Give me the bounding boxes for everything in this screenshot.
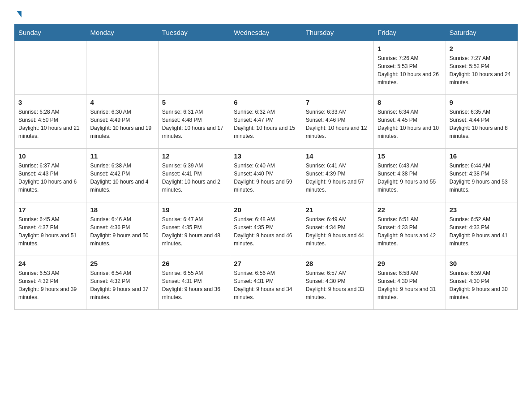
day-number: 2 (450, 45, 514, 52)
weekday-header-wednesday: Wednesday (230, 24, 302, 41)
day-number: 4 (90, 98, 154, 106)
day-number: 10 (18, 152, 82, 160)
day-info: Sunrise: 6:53 AMSunset: 4:32 PMDaylight:… (18, 269, 82, 301)
day-number: 14 (306, 152, 370, 160)
day-number: 1 (378, 45, 442, 52)
day-info: Sunrise: 6:45 AMSunset: 4:37 PMDaylight:… (18, 215, 82, 248)
calendar-cell: 5Sunrise: 6:31 AMSunset: 4:48 PMDaylight… (158, 95, 230, 149)
weekday-header-thursday: Thursday (302, 24, 373, 41)
weekday-header-sunday: Sunday (15, 24, 86, 41)
day-number: 13 (234, 152, 298, 160)
day-number: 5 (162, 98, 226, 106)
day-info: Sunrise: 6:35 AMSunset: 4:44 PMDaylight:… (450, 108, 514, 140)
calendar-cell (230, 41, 302, 95)
day-number: 21 (306, 206, 370, 214)
day-info: Sunrise: 6:54 AMSunset: 4:32 PMDaylight:… (90, 269, 154, 301)
calendar-cell: 13Sunrise: 6:40 AMSunset: 4:40 PMDayligh… (230, 149, 302, 202)
calendar-cell: 26Sunrise: 6:55 AMSunset: 4:31 PMDayligh… (158, 256, 230, 310)
day-info: Sunrise: 6:47 AMSunset: 4:35 PMDaylight:… (162, 215, 226, 248)
calendar-cell (158, 41, 230, 95)
day-info: Sunrise: 6:57 AMSunset: 4:30 PMDaylight:… (306, 269, 370, 301)
day-info: Sunrise: 6:37 AMSunset: 4:43 PMDaylight:… (18, 162, 82, 194)
day-info: Sunrise: 6:48 AMSunset: 4:35 PMDaylight:… (234, 215, 298, 248)
calendar-cell: 9Sunrise: 6:35 AMSunset: 4:44 PMDaylight… (446, 95, 517, 149)
calendar-week-row: 17Sunrise: 6:45 AMSunset: 4:37 PMDayligh… (15, 202, 518, 256)
logo (14, 11, 21, 17)
calendar-cell: 23Sunrise: 6:52 AMSunset: 4:33 PMDayligh… (446, 202, 517, 256)
calendar-cell: 22Sunrise: 6:51 AMSunset: 4:33 PMDayligh… (374, 202, 446, 256)
page-header (14, 11, 518, 17)
day-info: Sunrise: 6:44 AMSunset: 4:38 PMDaylight:… (450, 162, 514, 194)
calendar-cell: 29Sunrise: 6:58 AMSunset: 4:30 PMDayligh… (374, 256, 446, 310)
weekday-header-saturday: Saturday (446, 24, 517, 41)
day-info: Sunrise: 7:26 AMSunset: 5:53 PMDaylight:… (378, 54, 442, 86)
day-number: 15 (378, 152, 442, 160)
weekday-header-row: SundayMondayTuesdayWednesdayThursdayFrid… (15, 24, 518, 41)
calendar-cell: 11Sunrise: 6:38 AMSunset: 4:42 PMDayligh… (86, 149, 158, 202)
logo-general-text (14, 11, 21, 17)
day-info: Sunrise: 6:59 AMSunset: 4:30 PMDaylight:… (450, 269, 514, 301)
day-info: Sunrise: 6:55 AMSunset: 4:31 PMDaylight:… (162, 269, 226, 301)
day-info: Sunrise: 6:43 AMSunset: 4:38 PMDaylight:… (378, 162, 442, 194)
calendar-table: SundayMondayTuesdayWednesdayThursdayFrid… (14, 24, 518, 310)
calendar-cell: 3Sunrise: 6:28 AMSunset: 4:50 PMDaylight… (15, 95, 86, 149)
logo-arrow-icon (17, 11, 21, 17)
day-info: Sunrise: 6:46 AMSunset: 4:36 PMDaylight:… (90, 215, 154, 248)
calendar-cell (15, 41, 86, 95)
day-info: Sunrise: 6:56 AMSunset: 4:31 PMDaylight:… (234, 269, 298, 301)
calendar-cell: 20Sunrise: 6:48 AMSunset: 4:35 PMDayligh… (230, 202, 302, 256)
day-info: Sunrise: 6:40 AMSunset: 4:40 PMDaylight:… (234, 162, 298, 194)
weekday-header-friday: Friday (374, 24, 446, 41)
calendar-cell: 7Sunrise: 6:33 AMSunset: 4:46 PMDaylight… (302, 95, 373, 149)
calendar-week-row: 1Sunrise: 7:26 AMSunset: 5:53 PMDaylight… (15, 41, 518, 95)
calendar-cell: 24Sunrise: 6:53 AMSunset: 4:32 PMDayligh… (15, 256, 86, 310)
day-info: Sunrise: 6:39 AMSunset: 4:41 PMDaylight:… (162, 162, 226, 194)
day-info: Sunrise: 6:58 AMSunset: 4:30 PMDaylight:… (378, 269, 442, 301)
day-number: 28 (306, 260, 370, 267)
day-number: 6 (234, 98, 298, 106)
calendar-cell: 6Sunrise: 6:32 AMSunset: 4:47 PMDaylight… (230, 95, 302, 149)
day-info: Sunrise: 6:32 AMSunset: 4:47 PMDaylight:… (234, 108, 298, 140)
calendar-cell: 21Sunrise: 6:49 AMSunset: 4:34 PMDayligh… (302, 202, 373, 256)
calendar-cell: 16Sunrise: 6:44 AMSunset: 4:38 PMDayligh… (446, 149, 517, 202)
calendar-cell: 15Sunrise: 6:43 AMSunset: 4:38 PMDayligh… (374, 149, 446, 202)
day-number: 7 (306, 98, 370, 106)
calendar-cell: 25Sunrise: 6:54 AMSunset: 4:32 PMDayligh… (86, 256, 158, 310)
day-info: Sunrise: 6:33 AMSunset: 4:46 PMDaylight:… (306, 108, 370, 140)
calendar-cell: 14Sunrise: 6:41 AMSunset: 4:39 PMDayligh… (302, 149, 373, 202)
day-info: Sunrise: 6:31 AMSunset: 4:48 PMDaylight:… (162, 108, 226, 140)
calendar-week-row: 10Sunrise: 6:37 AMSunset: 4:43 PMDayligh… (15, 149, 518, 202)
day-number: 30 (450, 260, 514, 267)
day-info: Sunrise: 7:27 AMSunset: 5:52 PMDaylight:… (450, 54, 514, 86)
weekday-header-monday: Monday (86, 24, 158, 41)
day-number: 11 (90, 152, 154, 160)
calendar-week-row: 24Sunrise: 6:53 AMSunset: 4:32 PMDayligh… (15, 256, 518, 310)
calendar-cell: 17Sunrise: 6:45 AMSunset: 4:37 PMDayligh… (15, 202, 86, 256)
day-number: 16 (450, 152, 514, 160)
day-number: 12 (162, 152, 226, 160)
day-number: 25 (90, 260, 154, 267)
day-number: 26 (162, 260, 226, 267)
day-number: 9 (450, 98, 514, 106)
calendar-cell: 12Sunrise: 6:39 AMSunset: 4:41 PMDayligh… (158, 149, 230, 202)
day-number: 8 (378, 98, 442, 106)
day-info: Sunrise: 6:30 AMSunset: 4:49 PMDaylight:… (90, 108, 154, 140)
calendar-cell: 2Sunrise: 7:27 AMSunset: 5:52 PMDaylight… (446, 41, 517, 95)
calendar-cell: 1Sunrise: 7:26 AMSunset: 5:53 PMDaylight… (374, 41, 446, 95)
calendar-cell (302, 41, 373, 95)
calendar-cell: 8Sunrise: 6:34 AMSunset: 4:45 PMDaylight… (374, 95, 446, 149)
calendar-week-row: 3Sunrise: 6:28 AMSunset: 4:50 PMDaylight… (15, 95, 518, 149)
day-info: Sunrise: 6:51 AMSunset: 4:33 PMDaylight:… (378, 215, 442, 248)
calendar-cell: 27Sunrise: 6:56 AMSunset: 4:31 PMDayligh… (230, 256, 302, 310)
day-number: 22 (378, 206, 442, 214)
calendar-cell: 19Sunrise: 6:47 AMSunset: 4:35 PMDayligh… (158, 202, 230, 256)
day-number: 19 (162, 206, 226, 214)
day-number: 18 (90, 206, 154, 214)
day-info: Sunrise: 6:41 AMSunset: 4:39 PMDaylight:… (306, 162, 370, 194)
day-info: Sunrise: 6:52 AMSunset: 4:33 PMDaylight:… (450, 215, 514, 248)
calendar-cell: 4Sunrise: 6:30 AMSunset: 4:49 PMDaylight… (86, 95, 158, 149)
day-number: 23 (450, 206, 514, 214)
calendar-header: SundayMondayTuesdayWednesdayThursdayFrid… (15, 24, 518, 41)
day-number: 27 (234, 260, 298, 267)
day-info: Sunrise: 6:28 AMSunset: 4:50 PMDaylight:… (18, 108, 82, 140)
